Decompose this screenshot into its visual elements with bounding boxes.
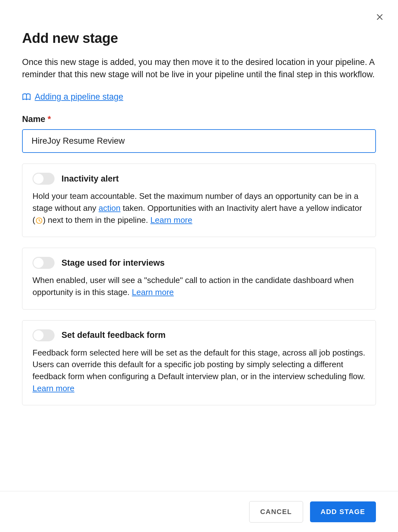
- interviews-title: Stage used for interviews: [61, 258, 165, 268]
- dialog-title: Add new stage: [22, 30, 376, 46]
- toggle-knob: [33, 330, 44, 340]
- toggle-knob: [33, 258, 44, 268]
- name-field-group: Name *: [22, 114, 376, 164]
- interviews-card: Stage used for interviews When enabled, …: [22, 248, 376, 309]
- action-link[interactable]: action: [99, 203, 120, 213]
- inactivity-learn-more-link[interactable]: Learn more: [150, 215, 192, 225]
- close-button[interactable]: [373, 11, 386, 23]
- name-label: Name *: [22, 114, 376, 124]
- book-icon: [22, 93, 31, 101]
- help-link-label: Adding a pipeline stage: [35, 92, 123, 102]
- inactivity-toggle[interactable]: [32, 173, 55, 185]
- toggle-knob: [33, 174, 44, 184]
- required-marker: *: [48, 114, 51, 124]
- close-icon: [376, 13, 384, 21]
- inactivity-description: Hold your team accountable. Set the maxi…: [32, 190, 366, 226]
- inactivity-title: Inactivity alert: [61, 174, 119, 184]
- name-input[interactable]: [22, 129, 376, 153]
- help-link-adding-pipeline-stage[interactable]: Adding a pipeline stage: [22, 92, 123, 102]
- feedback-card: Set default feedback form Feedback form …: [22, 320, 376, 406]
- feedback-learn-more-link[interactable]: Learn more: [32, 384, 74, 393]
- interviews-description: When enabled, user will see a "schedule"…: [32, 275, 366, 298]
- feedback-title: Set default feedback form: [61, 330, 166, 340]
- clock-icon: [35, 217, 43, 224]
- feedback-toggle[interactable]: [32, 329, 55, 341]
- interviews-learn-more-link[interactable]: Learn more: [132, 287, 174, 297]
- dialog-description: Once this new stage is added, you may th…: [22, 56, 376, 81]
- inactivity-alert-card: Inactivity alert Hold your team accounta…: [22, 164, 376, 237]
- dialog-footer: CANCEL ADD STAGE: [0, 491, 398, 532]
- cancel-button[interactable]: CANCEL: [249, 501, 303, 523]
- add-stage-button[interactable]: ADD STAGE: [310, 501, 376, 522]
- add-stage-dialog: Add new stage Once this new stage is add…: [0, 0, 398, 491]
- interviews-toggle[interactable]: [32, 257, 55, 269]
- feedback-description: Feedback form selected here will be set …: [32, 347, 366, 395]
